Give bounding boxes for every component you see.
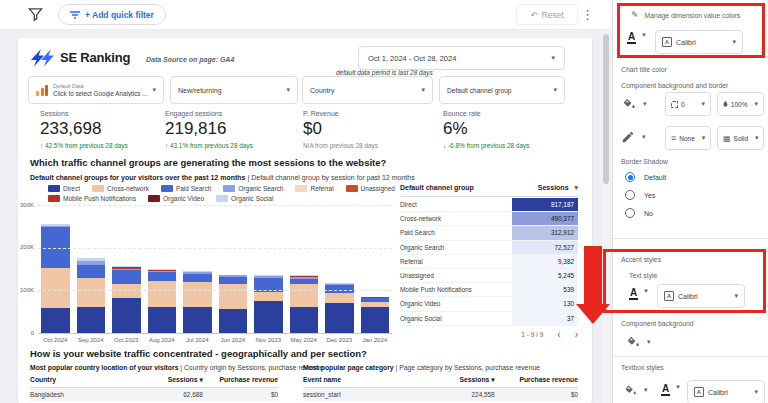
legend-item[interactable]: Organic Search (223, 185, 283, 192)
paint-bucket-icon (625, 334, 640, 349)
radio-yes[interactable]: Yes (625, 190, 655, 200)
bar-jun-2024[interactable] (219, 275, 248, 333)
border-weight-value: None (679, 135, 695, 142)
table-row[interactable]: Cross-network490,377 (400, 212, 578, 226)
column-header[interactable]: Sessions ▾ (128, 376, 203, 384)
radio-circle-icon[interactable] (625, 190, 635, 200)
reset-button[interactable]: ↶ Reset (516, 4, 578, 25)
table-row[interactable]: Referral9,382 (400, 255, 578, 269)
chevron-down-icon: ▾ (750, 100, 758, 108)
bar-segment-direct (219, 309, 248, 333)
bar-jan-2024[interactable] (361, 297, 390, 333)
sort-icon: ▾ (570, 184, 578, 191)
gridline (38, 290, 392, 291)
table-row[interactable]: Organic Video130 (400, 297, 578, 311)
table-row[interactable]: Mobile Push Notifications539 (400, 283, 578, 297)
chevron-right-icon[interactable]: › (575, 329, 578, 340)
legend-item[interactable]: Paid Search (161, 185, 211, 192)
sessions-value-cell: 539 (512, 283, 578, 296)
cell: Bangladesh (30, 391, 128, 398)
legend-color-chip (346, 185, 358, 192)
legend-color-chip (161, 185, 173, 192)
radio-circle-icon[interactable] (625, 208, 635, 218)
channel-group-filter[interactable]: Default channel group ▾ (439, 76, 565, 104)
table-row[interactable]: Direct817,187 (400, 198, 578, 212)
date-range-value: Oct 1, 2024 - Oct 28, 2024 (368, 54, 456, 63)
annotation-box-accent (603, 249, 766, 313)
metric-value: 6% (443, 119, 563, 139)
bar-segment-paid-search (325, 285, 354, 293)
border-color-picker[interactable]: ▾ (621, 130, 646, 144)
kebab-menu-icon[interactable]: ⋮ (581, 5, 594, 25)
radio-no[interactable]: No (625, 208, 653, 218)
chevron-down-icon: ▾ (282, 86, 290, 94)
date-range-picker[interactable]: Oct 1, 2024 - Oct 28, 2024 ▾ (358, 46, 565, 70)
country-filter[interactable]: Country ▾ (302, 76, 433, 104)
table-row[interactable]: Organic Social37 (400, 312, 578, 326)
legend-item[interactable]: Organic Social (216, 195, 273, 202)
legend-item[interactable]: Referral (295, 185, 333, 192)
metric-value: 233,698 (40, 119, 160, 139)
table-row[interactable]: Organic Search72,527 (400, 241, 578, 255)
filter-funnel-icon[interactable] (28, 7, 43, 22)
border-style-select[interactable]: ▦ Solid ▾ (717, 126, 764, 150)
bar-may-2024[interactable] (290, 275, 319, 333)
scorecard-p-revenue: P. Revenue$0N/A from previous 28 days (303, 110, 423, 149)
opacity-select[interactable]: 100% ▾ (717, 92, 764, 116)
bar-segment-cross-network (77, 278, 106, 307)
legend-label: Referral (310, 185, 333, 192)
add-quick-filter-button[interactable]: + Add quick filter (58, 4, 166, 25)
chart-question-title: Which traffic channel groups are generat… (30, 157, 386, 168)
scorecard-engaged-sessions: Engaged sessions219,816↑ 43.1% from prev… (165, 110, 285, 149)
data-source-selector[interactable]: Default Data Click to select Google Anal… (28, 76, 164, 104)
down-arrow-icon: ↓ (443, 142, 448, 149)
corner-radius-select[interactable]: 0 ▾ (665, 92, 711, 116)
bar-aug-2024[interactable] (148, 269, 177, 333)
new-returning-filter[interactable]: New/returning ▾ (170, 76, 298, 104)
undo-icon: ↶ (530, 10, 537, 20)
column-header[interactable]: Sessions ▾ (411, 376, 494, 384)
bar-segment-direct (325, 303, 354, 333)
gridline (38, 205, 392, 206)
data-source-note: Data Source on page: GA4 (146, 56, 234, 63)
radio-default[interactable]: Default (625, 172, 666, 182)
bar-segment-cross-network (219, 284, 248, 309)
radio-circle-icon[interactable] (625, 172, 635, 182)
y-axis-tick: 300K (4, 202, 34, 208)
background-color-picker[interactable]: ▾ (621, 96, 647, 111)
bar-oct-2024[interactable] (41, 224, 70, 333)
y-axis-tick: 100K (4, 287, 34, 293)
channel-name: Mobile Push Notifications (400, 286, 512, 293)
border-weight-select[interactable]: ≡ None ▾ (665, 126, 711, 150)
page-category-table-row[interactable]: session_start224,558$0 (303, 388, 578, 401)
legend-item[interactable]: Cross-network (92, 185, 149, 192)
scrollbar-thumb[interactable] (603, 34, 609, 184)
bar-jul-2024[interactable] (183, 271, 212, 333)
bar-sep-2024[interactable] (77, 258, 106, 333)
bar-oct-2023[interactable] (112, 266, 141, 333)
table-row[interactable]: Paid Search312,912 (400, 226, 578, 240)
bar-segment-direct (290, 307, 319, 333)
chevron-left-icon[interactable]: ‹ (557, 329, 560, 340)
chevron-down-icon: ▾ (148, 86, 156, 94)
textbox-font-family-select[interactable]: A Calibri ▾ (687, 380, 765, 403)
legend-item[interactable]: Organic Video (148, 195, 204, 202)
legend-color-chip (48, 195, 60, 202)
bar-nov-2023[interactable] (254, 275, 283, 333)
component-background-color-picker[interactable]: ▾ (625, 334, 651, 349)
country-table-row[interactable]: Bangladesh62,688$0 (30, 388, 278, 401)
channel-name: Unassigned (400, 272, 512, 279)
channel-name: Direct (400, 201, 512, 208)
legend-item[interactable]: Unassigned (346, 185, 395, 192)
textbox-background-color-picker[interactable]: ▾ (623, 383, 648, 397)
chart-title-color-label: Chart title color (621, 66, 667, 73)
legend-item[interactable]: Mobile Push Notifications (48, 195, 136, 202)
legend-item[interactable]: Direct (48, 185, 80, 192)
annotation-arrow-head (576, 304, 610, 324)
table-pagination: 1 - 9 / 9 ‹ › (400, 329, 578, 340)
textbox-text-color-picker[interactable]: A ▾ (661, 383, 680, 396)
y-axis-tick: 200K (4, 244, 34, 250)
sessions-col-header[interactable]: Sessions ▾ (538, 184, 578, 192)
sessions-value-cell: 72,527 (512, 241, 578, 254)
table-row[interactable]: Unassigned5,245 (400, 269, 578, 283)
